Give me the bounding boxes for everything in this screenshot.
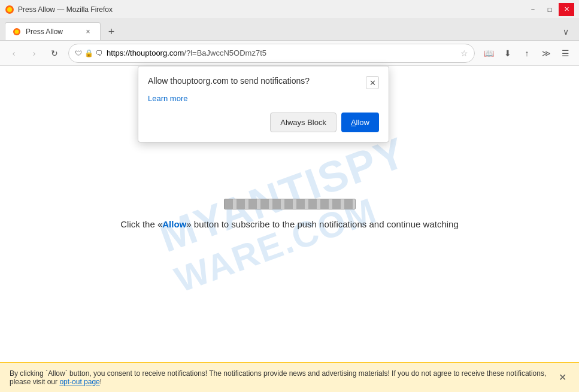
shield-icon: 🛡 [75,49,82,57]
download-button[interactable]: ⬇ [499,44,517,62]
titlebar-title: Press Allow — Mozilla Firefox [18,5,113,14]
minimize-button[interactable]: − [525,3,541,16]
titlebar-controls: − □ ✕ [525,3,574,16]
allow-highlight: Allow [162,219,186,229]
svg-point-1 [7,7,12,12]
popup-buttons: Always Block Allow [148,113,379,132]
bottom-bar-text: By clicking `Allow` button, you consent … [10,369,550,386]
popup-header: Allow thouptoorg.com to send notificatio… [148,76,379,89]
allow-button[interactable]: Allow [341,113,379,132]
url-path: /?l=BaJwccN5ODmz7t5 [184,48,266,57]
back-button[interactable]: ‹ [5,44,23,62]
nav-right-buttons: 📖 ⬇ ↑ ≫ ☰ [480,44,574,62]
tab-press-allow[interactable]: Press Allow × [5,22,101,40]
bottom-bar-message-end: ! [100,378,102,386]
lock-icon: 🔒 [84,49,93,57]
reload-button[interactable]: ↻ [46,44,63,62]
url-display: https://thouptoorg.com/?l=BaJwccN5ODmz7t… [107,48,457,57]
popup-close-button[interactable]: ✕ [366,76,379,89]
tab-title: Press Allow [26,28,78,36]
pocket-button[interactable]: 📖 [480,44,498,62]
firefox-logo-icon [5,5,14,14]
menu-button[interactable]: ☰ [556,44,574,62]
progress-bar [224,199,356,209]
notification-icon: 🗨 [96,49,103,57]
url-domain: https://thouptoorg.com [107,48,184,57]
svg-point-3 [15,29,19,34]
titlebar-left: Press Allow — Mozilla Firefox [5,5,113,14]
bottom-notification-bar: By clicking `Allow` button, you consent … [0,362,579,392]
navbar: ‹ › ↻ 🛡 🔒 🗨 https://thouptoorg.com/?l=Ba… [0,41,579,66]
tab-close-button[interactable]: × [83,27,93,37]
progress-bar-container [224,199,356,209]
extensions-button[interactable]: ≫ [537,44,555,62]
address-bar[interactable]: 🛡 🔒 🗨 https://thouptoorg.com/?l=BaJwccN5… [68,44,475,63]
bottom-bar-close-button[interactable]: ✕ [555,370,569,385]
allow-label: Allow [351,118,369,127]
always-block-label: Always Block [280,118,326,127]
forward-button[interactable]: › [25,44,43,62]
opt-out-link[interactable]: opt-out page [59,378,99,386]
titlebar: Press Allow — Mozilla Firefox − □ ✕ [0,0,579,19]
security-icons: 🛡 🔒 🗨 [75,49,103,57]
tabbar: Press Allow × + ∨ [0,19,579,41]
page-message: Click the «Allow» button to subscribe to… [108,219,471,229]
watermark-text: MYANTISPYWARE.COM [153,127,426,300]
notification-popup: Allow thouptoorg.com to send notificatio… [138,66,389,142]
bookmark-icon[interactable]: ☆ [460,48,468,58]
tab-dropdown-button[interactable]: ∨ [557,23,574,40]
share-button[interactable]: ↑ [518,44,536,62]
always-block-button[interactable]: Always Block [270,113,337,132]
learn-more-link[interactable]: Learn more [148,94,379,103]
popup-title: Allow thouptoorg.com to send notificatio… [148,76,310,86]
maximize-button[interactable]: □ [542,3,557,16]
new-tab-button[interactable]: + [103,23,120,40]
close-button[interactable]: ✕ [559,3,574,16]
tab-favicon-icon [13,28,21,36]
